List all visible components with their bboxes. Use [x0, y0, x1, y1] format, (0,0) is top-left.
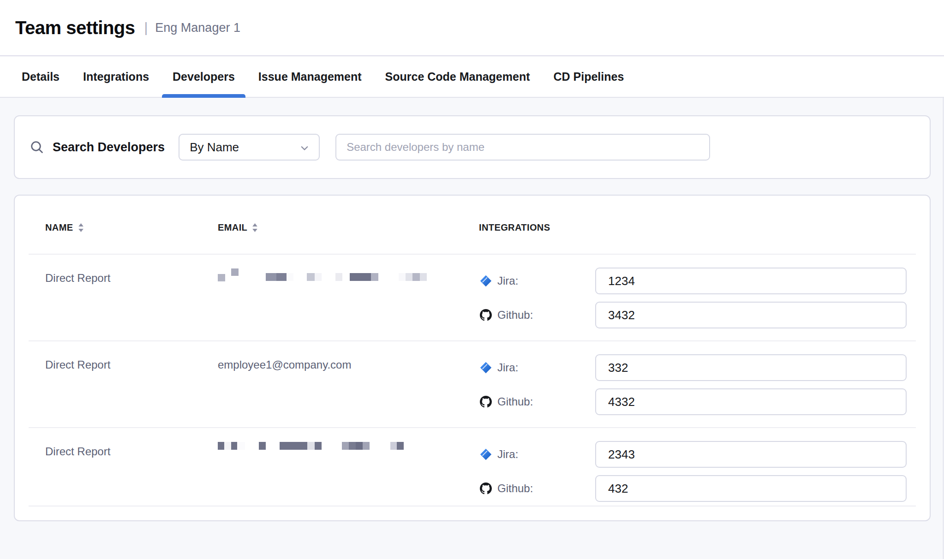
title-divider: | [144, 20, 148, 36]
tab-source-code-management[interactable]: Source Code Management [375, 56, 541, 97]
tab-cd-pipelines[interactable]: CD Pipelines [543, 56, 635, 97]
tab-issue-management[interactable]: Issue Management [248, 56, 372, 97]
tab-integrations[interactable]: Integrations [72, 56, 160, 97]
jira-id-input[interactable] [595, 441, 907, 468]
integrations-cell: Jira: Github: [479, 268, 907, 328]
jira-field-line: Jira: [479, 268, 907, 294]
chevron-down-icon [299, 142, 310, 152]
table-row: Direct Report employee1@company.com Jira… [29, 340, 916, 427]
column-header-name: NAME [45, 222, 218, 233]
github-label: Github: [497, 395, 595, 408]
jira-field-line: Jira: [479, 354, 907, 381]
search-filter-value: By Name [190, 140, 239, 155]
search-developers-label: Search Developers [53, 140, 165, 155]
tab-details[interactable]: Details [11, 56, 70, 97]
integrations-cell: Jira: Github: [479, 354, 907, 415]
github-id-input[interactable] [595, 475, 907, 502]
developers-table: NAME EMAIL [14, 195, 931, 521]
developer-name: Direct Report [45, 441, 218, 502]
sort-email-icon[interactable] [252, 223, 258, 232]
sort-name-icon[interactable] [78, 223, 84, 232]
page-title: Team settings [15, 18, 135, 38]
title-bar: Team settings | Eng Manager 1 [0, 0, 944, 56]
table-footer-spacer [29, 506, 916, 520]
developer-email: employee1@company.com [218, 354, 479, 415]
github-icon [480, 309, 492, 321]
jira-label: Jira: [497, 274, 595, 287]
github-id-input[interactable] [595, 388, 907, 415]
developer-email-redacted [218, 441, 479, 502]
github-field-line: Github: [479, 388, 907, 415]
jira-icon [480, 275, 492, 287]
github-id-input[interactable] [595, 302, 907, 328]
github-label: Github: [497, 309, 595, 322]
github-label: Github: [497, 482, 595, 495]
jira-icon [480, 362, 492, 374]
developer-name: Direct Report [45, 354, 218, 415]
github-field-line: Github: [479, 475, 907, 502]
github-icon [480, 483, 492, 494]
developer-email-redacted [218, 268, 479, 328]
jira-field-line: Jira: [479, 441, 907, 468]
github-field-line: Github: [479, 302, 907, 328]
jira-id-input[interactable] [595, 268, 907, 294]
github-icon [480, 396, 492, 408]
search-developers-card: Search Developers By Name [14, 115, 931, 179]
developer-name: Direct Report [45, 268, 218, 328]
jira-icon [480, 448, 492, 460]
integrations-cell: Jira: Github: [479, 441, 907, 502]
column-header-integrations: INTEGRATIONS [479, 222, 907, 233]
table-header-row: NAME EMAIL [29, 196, 916, 254]
table-row: Direct Report Jira: [29, 427, 916, 506]
tab-developers[interactable]: Developers [162, 56, 245, 97]
table-row: Direct Report Jira: [29, 254, 916, 340]
jira-label: Jira: [497, 361, 595, 374]
search-filter-select[interactable]: By Name [179, 134, 320, 161]
tab-bar: Details Integrations Developers Issue Ma… [0, 56, 944, 98]
search-icon [30, 140, 44, 155]
search-input[interactable] [335, 134, 710, 161]
jira-id-input[interactable] [595, 354, 907, 381]
team-name-subtitle: Eng Manager 1 [155, 21, 240, 35]
column-header-email: EMAIL [218, 222, 479, 233]
content-area: Search Developers By Name NAME [0, 98, 944, 559]
jira-label: Jira: [497, 448, 595, 461]
